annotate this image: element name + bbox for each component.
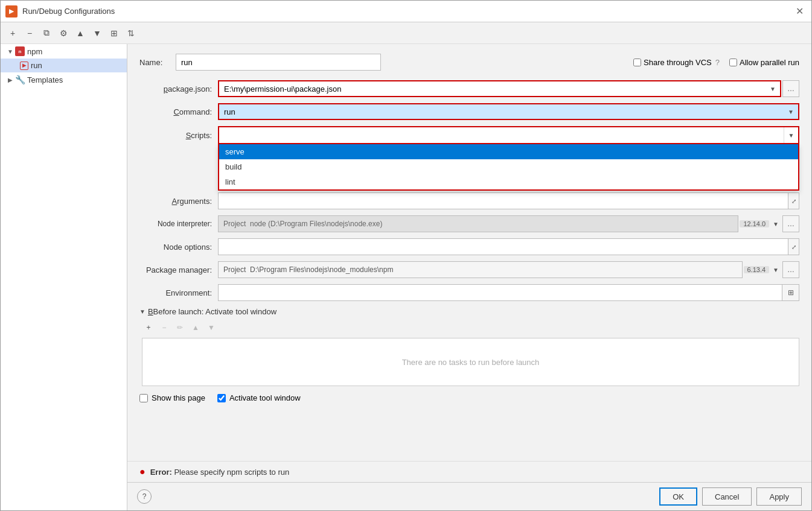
node-options-label: Node options: — [139, 243, 218, 252]
command-label: Command: — [139, 107, 218, 116]
before-launch-collapse-arrow[interactable]: ▼ — [139, 308, 145, 315]
sort-button[interactable]: ⇅ — [124, 26, 138, 40]
command-dropdown-arrow[interactable]: ▼ — [784, 104, 798, 119]
scripts-row: Scripts: ▼ serve build lint — [139, 126, 799, 144]
error-text: Error: Please specify npm scripts to run — [150, 468, 290, 477]
package-json-label: package.json: — [139, 84, 218, 94]
npm-expand-arrow: ▼ — [5, 46, 15, 56]
package-manager-input[interactable] — [218, 261, 743, 278]
package-json-dropdown-arrow[interactable]: ▼ — [766, 81, 780, 96]
title-bar: ▶ Run/Debug Configurations ✕ — [1, 1, 811, 22]
dropdown-item-serve[interactable]: serve — [219, 144, 798, 159]
before-launch-section: ▼ BBefore launch: Activate tool window +… — [139, 307, 799, 386]
no-tasks-text: There are no tasks to run before launch — [402, 358, 540, 367]
before-launch-header: ▼ BBefore launch: Activate tool window — [139, 307, 799, 316]
scripts-dropdown: serve build lint — [218, 144, 799, 191]
move-to-group-button[interactable]: ⊞ — [107, 26, 121, 40]
before-launch-toolbar: + − ✏ ▲ ▼ — [142, 321, 799, 334]
name-label: Name: — [139, 58, 176, 67]
settings-button[interactable]: ⚙ — [56, 26, 71, 40]
arguments-input[interactable] — [218, 192, 788, 209]
tasks-box: There are no tasks to run before launch — [142, 338, 799, 386]
main-content: ▼ n npm ▶ run ▶ 🔧 Templates Name: — [1, 44, 811, 510]
activate-window-label: Activate tool window — [229, 393, 301, 402]
share-vcs-checkbox[interactable] — [633, 59, 641, 66]
node-interpreter-input[interactable] — [218, 215, 738, 232]
add-config-button[interactable]: + — [5, 26, 20, 40]
cancel-button[interactable]: Cancel — [702, 487, 752, 506]
node-options-expand-button[interactable]: ⤢ — [788, 238, 799, 255]
sidebar-item-run[interactable]: ▶ run — [1, 59, 127, 72]
sidebar-item-npm[interactable]: ▼ n npm — [1, 44, 127, 59]
allow-parallel-item: Allow parallel run — [729, 58, 799, 67]
arguments-expand-button[interactable]: ⤢ — [788, 192, 799, 209]
node-options-input[interactable] — [218, 238, 788, 255]
scripts-input[interactable] — [219, 127, 784, 143]
node-version-badge: 12.14.0 — [740, 220, 769, 227]
node-interpreter-label: Node interpreter: — [139, 220, 218, 228]
command-input[interactable] — [219, 104, 784, 119]
allow-parallel-checkbox[interactable] — [729, 59, 737, 66]
form-area: Name: Share through VCS ? Allow parallel… — [127, 44, 811, 461]
package-json-input[interactable] — [219, 81, 766, 96]
help-vcs-icon[interactable]: ? — [715, 58, 720, 67]
share-vcs-label: Share through VCS — [644, 58, 712, 67]
environment-row: Environment: ⊞ — [139, 284, 799, 301]
environment-label: Environment: — [139, 288, 218, 297]
package-json-browse-button[interactable]: … — [782, 80, 799, 97]
command-wrapper: ▼ — [218, 103, 799, 120]
error-message: Please specify npm scripts to run — [174, 468, 289, 477]
bl-down-button[interactable]: ▼ — [205, 321, 218, 334]
package-manager-browse-button[interactable]: … — [782, 261, 799, 278]
name-input[interactable] — [176, 54, 381, 71]
move-down-button[interactable]: ▼ — [90, 26, 104, 40]
package-manager-row: Package manager: 6.13.4 ▼ … — [139, 261, 799, 278]
scripts-dropdown-button[interactable]: ▼ — [784, 127, 798, 143]
templates-expand-arrow: ▶ — [5, 75, 15, 84]
bl-add-button[interactable]: + — [142, 321, 155, 334]
help-button[interactable]: ? — [137, 489, 152, 504]
before-launch-title: BBefore launch: Activate tool window — [148, 307, 277, 316]
bl-up-button[interactable]: ▲ — [189, 321, 202, 334]
remove-config-button[interactable]: − — [22, 26, 37, 40]
sidebar: ▼ n npm ▶ run ▶ 🔧 Templates — [1, 44, 127, 510]
run-icon: ▶ — [20, 62, 28, 70]
npm-label: npm — [27, 47, 42, 56]
node-interpreter-browse-button[interactable]: … — [782, 215, 799, 232]
package-manager-dropdown-arrow[interactable]: ▼ — [773, 267, 779, 273]
npm-icon: n — [15, 46, 25, 56]
activate-window-checkbox[interactable] — [217, 394, 226, 402]
error-bar: ● Error: Please specify npm scripts to r… — [127, 461, 811, 482]
ok-button[interactable]: OK — [659, 487, 697, 506]
node-interpreter-dropdown-arrow[interactable]: ▼ — [773, 221, 779, 227]
environment-input[interactable] — [218, 284, 782, 301]
sidebar-item-templates[interactable]: ▶ 🔧 Templates — [1, 72, 127, 87]
close-button[interactable]: ✕ — [792, 4, 807, 19]
package-json-row: package.json: ▼ … — [139, 80, 799, 97]
app-icon: ▶ — [5, 5, 18, 17]
run-debug-dialog: ▶ Run/Debug Configurations ✕ + − ⧉ ⚙ ▲ ▼… — [0, 0, 812, 511]
node-interpreter-row: Node interpreter: 12.14.0 ▼ … — [139, 215, 799, 232]
bl-remove-button[interactable]: − — [158, 321, 171, 334]
dropdown-item-lint[interactable]: lint — [219, 174, 798, 189]
run-label: run — [31, 61, 42, 70]
checkboxes-row: Show this page Activate tool window — [139, 393, 799, 402]
templates-icon: 🔧 — [15, 75, 25, 84]
header-options: Share through VCS ? Allow parallel run — [633, 58, 799, 67]
allow-parallel-label: Allow parallel run — [740, 58, 799, 67]
dropdown-item-build[interactable]: build — [219, 159, 798, 174]
move-up-button[interactable]: ▲ — [73, 26, 88, 40]
copy-config-button[interactable]: ⧉ — [39, 26, 54, 40]
package-json-wrapper: ▼ — [218, 80, 781, 97]
scripts-container: ▼ serve build lint — [218, 126, 799, 144]
toolbar: + − ⧉ ⚙ ▲ ▼ ⊞ ⇅ — [1, 22, 811, 44]
share-vcs-item: Share through VCS ? — [633, 58, 720, 67]
node-options-row: Node options: ⤢ — [139, 238, 799, 255]
error-label: Error: — [150, 468, 172, 477]
bottom-bar: ? OK Cancel Apply — [127, 482, 811, 510]
environment-edit-button[interactable]: ⊞ — [782, 284, 799, 301]
bl-edit-button[interactable]: ✏ — [173, 321, 187, 334]
show-page-checkbox[interactable] — [139, 394, 148, 402]
apply-button[interactable]: Apply — [756, 487, 802, 506]
templates-label: Templates — [27, 75, 63, 84]
